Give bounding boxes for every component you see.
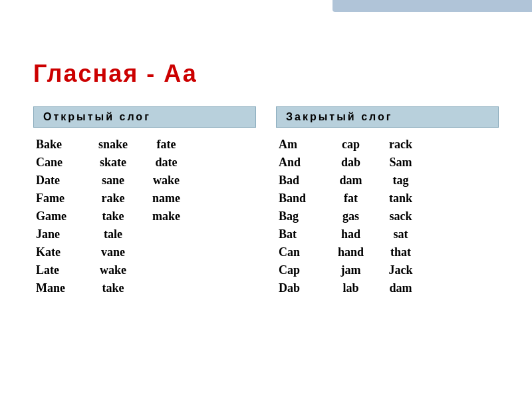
word-cell: Game: [33, 209, 86, 224]
word-cell: wake: [86, 263, 140, 278]
word-cell: Mane: [33, 281, 86, 296]
word-cell: sat: [376, 227, 426, 242]
word-cell: rake: [86, 191, 140, 206]
word-cell: that: [376, 245, 426, 260]
left-table: Открытый слог BakesnakefateCaneskatedate…: [33, 106, 256, 299]
table-row: Gametakemake: [33, 209, 256, 224]
top-bar: [332, 0, 532, 12]
table-row: Canhandthat: [276, 245, 499, 260]
tables-container: Открытый слог BakesnakefateCaneskatedate…: [33, 106, 499, 299]
table-row: Baggassack: [276, 209, 499, 224]
word-cell: Cane: [33, 155, 86, 170]
word-cell: had: [326, 227, 376, 242]
word-cell: cap: [326, 137, 376, 152]
word-cell: And: [276, 155, 326, 170]
word-cell: take: [86, 281, 140, 296]
word-cell: date: [140, 155, 193, 170]
word-cell: Date: [33, 173, 86, 188]
word-cell: rack: [376, 137, 426, 152]
word-cell: Kate: [33, 245, 86, 260]
word-cell: gas: [326, 209, 376, 224]
word-cell: Bake: [33, 137, 86, 152]
word-cell: dab: [326, 155, 376, 170]
table-row: Amcaprack: [276, 137, 499, 152]
word-cell: [140, 227, 193, 242]
table-row: AnddabSam: [276, 155, 499, 170]
table-row: Bakesnakefate: [33, 137, 256, 152]
table-row: Famerakename: [33, 191, 256, 206]
table-row: Caneskatedate: [33, 155, 256, 170]
word-cell: [140, 245, 193, 260]
word-cell: Jane: [33, 227, 86, 242]
table-row: Bathadsat: [276, 227, 499, 242]
table-row: Dablabdam: [276, 281, 499, 296]
table-row: Katevane: [33, 245, 256, 260]
right-table-rows: AmcaprackAnddabSamBaddamtagBandfattankBa…: [276, 134, 499, 299]
word-cell: lab: [326, 281, 376, 296]
word-cell: Cap: [276, 263, 326, 278]
table-row: Datesanewake: [33, 173, 256, 188]
word-cell: Fame: [33, 191, 86, 206]
word-cell: Bag: [276, 209, 326, 224]
word-cell: tank: [376, 191, 426, 206]
word-cell: tale: [86, 227, 140, 242]
table-row: Janetale: [33, 227, 256, 242]
word-cell: skate: [86, 155, 140, 170]
word-cell: Band: [276, 191, 326, 206]
word-cell: name: [140, 191, 193, 206]
word-cell: [140, 281, 193, 296]
table-row: Baddamtag: [276, 173, 499, 188]
word-cell: Dab: [276, 281, 326, 296]
table-row: Bandfattank: [276, 191, 499, 206]
left-table-header: Открытый слог: [33, 106, 256, 128]
table-row: CapjamJack: [276, 263, 499, 278]
page: Гласная - Аа Открытый слог Bakesnakefate…: [0, 0, 532, 399]
word-cell: Bat: [276, 227, 326, 242]
right-table-header: Закрытый слог: [276, 106, 499, 128]
word-cell: Late: [33, 263, 86, 278]
word-cell: snake: [86, 137, 140, 152]
word-cell: hand: [326, 245, 376, 260]
word-cell: Bad: [276, 173, 326, 188]
word-cell: fat: [326, 191, 376, 206]
word-cell: Can: [276, 245, 326, 260]
word-cell: sack: [376, 209, 426, 224]
right-table: Закрытый слог AmcaprackAnddabSamBaddamta…: [276, 106, 499, 299]
word-cell: take: [86, 209, 140, 224]
left-table-rows: BakesnakefateCaneskatedateDatesanewakeFa…: [33, 134, 256, 299]
word-cell: wake: [140, 173, 193, 188]
table-row: Manetake: [33, 281, 256, 296]
word-cell: [140, 263, 193, 278]
word-cell: vane: [86, 245, 140, 260]
word-cell: jam: [326, 263, 376, 278]
word-cell: fate: [140, 137, 193, 152]
word-cell: Sam: [376, 155, 426, 170]
page-title: Гласная - Аа: [33, 60, 499, 88]
word-cell: dam: [326, 173, 376, 188]
word-cell: Am: [276, 137, 326, 152]
word-cell: dam: [376, 281, 426, 296]
word-cell: tag: [376, 173, 426, 188]
word-cell: Jack: [376, 263, 426, 278]
word-cell: sane: [86, 173, 140, 188]
table-row: Latewake: [33, 263, 256, 278]
word-cell: make: [140, 209, 193, 224]
